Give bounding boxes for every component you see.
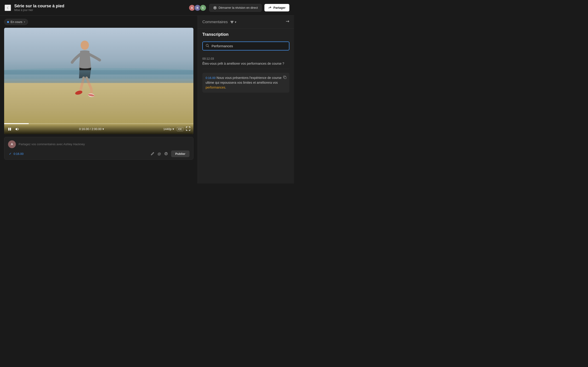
pause-button[interactable] xyxy=(7,127,12,131)
right-panel-header: Commentaires ▾ xyxy=(198,16,294,28)
svg-point-0 xyxy=(214,7,216,8)
quality-label: 1440p xyxy=(163,127,172,131)
ocean-foam xyxy=(4,75,193,81)
header-left: Série sur la course à pied Mise à jour h… xyxy=(5,4,64,12)
emoji-button[interactable] xyxy=(164,152,168,156)
svg-rect-13 xyxy=(232,23,233,23)
status-bar: En cours ▾ xyxy=(4,19,193,25)
chevron-down-icon: ▾ xyxy=(235,20,236,24)
transcription-search-input[interactable] xyxy=(212,44,286,48)
header: Série sur la course à pied Mise à jour h… xyxy=(0,0,294,16)
time-dropdown-icon: ▾ xyxy=(103,127,104,131)
transcript-text-highlighted: Nous vous présentons l'expérience de cou… xyxy=(206,76,282,89)
avatar: C xyxy=(199,4,207,11)
main-content: En cours ▾ xyxy=(0,16,294,184)
comments-filter-button[interactable]: ▾ xyxy=(230,20,236,24)
time-display: 0:16.00 / 2:00.00 ▾ xyxy=(23,127,161,131)
check-icon: ✓ xyxy=(9,152,12,156)
svg-point-3 xyxy=(75,90,83,95)
comment-tools: @ Publier xyxy=(151,150,190,157)
avatar-group: A B C xyxy=(189,4,207,11)
svg-point-10 xyxy=(166,153,167,154)
comment-actions-row: ✓ 0:16.00 @ xyxy=(8,150,190,157)
publish-button[interactable]: Publier xyxy=(171,150,190,157)
page-title: Série sur la course à pied xyxy=(14,4,64,9)
svg-rect-6 xyxy=(8,128,9,131)
quality-chevron-icon: ▾ xyxy=(173,127,174,131)
transcript-entry-highlighted: 0:16.00 Nous vous présentons l'expérienc… xyxy=(202,73,289,93)
draw-tool-button[interactable] xyxy=(151,152,154,156)
status-dot xyxy=(7,21,9,23)
cc-button[interactable]: CC xyxy=(177,127,183,131)
copy-icon[interactable] xyxy=(283,75,287,80)
status-badge[interactable]: En cours ▾ xyxy=(4,19,28,25)
video-player[interactable]: 0:16.00 / 2:00.00 ▾ 1440p ▾ CC xyxy=(4,28,193,134)
header-title: Série sur la course à pied Mise à jour h… xyxy=(14,4,64,12)
comment-time-row: ✓ 0:16.00 xyxy=(9,152,23,156)
chevron-down-icon: ▾ xyxy=(24,21,25,23)
runner-svg xyxy=(57,38,103,102)
svg-point-2 xyxy=(81,41,89,50)
back-button[interactable] xyxy=(5,5,11,11)
transcription-title: Transcription xyxy=(202,32,289,37)
search-icon xyxy=(206,44,209,48)
transcription-panel: Transcription 00:12.03 Êtes-vous prêt à … xyxy=(198,28,294,184)
svg-point-9 xyxy=(165,153,166,154)
video-frame xyxy=(4,28,193,134)
live-review-label: Démarrer la révision en direct xyxy=(219,6,258,9)
expand-panel-button[interactable] xyxy=(285,19,289,25)
current-time: 0:16.00 / 2:00.00 xyxy=(79,127,102,131)
transcript-text: Êtes-vous prêt à améliorer vos performan… xyxy=(202,61,289,66)
share-button[interactable]: Partager xyxy=(264,4,289,11)
mention-button[interactable]: @ xyxy=(157,152,161,156)
status-label: En cours xyxy=(10,20,22,24)
comment-input-row: A xyxy=(8,140,190,148)
commenter-avatar: A xyxy=(8,140,16,148)
right-header-left: Commentaires ▾ xyxy=(202,20,236,24)
transcript-entry: 00:12.03 Êtes-vous prêt à améliorer vos … xyxy=(202,54,289,69)
runner-figure xyxy=(57,38,103,123)
svg-rect-15 xyxy=(284,77,286,79)
fullscreen-button[interactable] xyxy=(186,127,190,132)
video-controls: 0:16.00 / 2:00.00 ▾ 1440p ▾ CC xyxy=(4,124,193,134)
page-subtitle: Mise à jour hier xyxy=(14,8,64,12)
volume-button[interactable] xyxy=(15,127,20,131)
header-right: A B C Démarrer la révision en direct Par… xyxy=(189,4,289,12)
comment-box: A ✓ 0:16.00 @ xyxy=(4,137,193,160)
comment-timestamp: 0:16.00 xyxy=(14,152,23,156)
search-box[interactable] xyxy=(202,42,289,50)
comments-label: Commentaires xyxy=(202,20,228,24)
highlighted-word: performances xyxy=(206,85,225,89)
svg-rect-12 xyxy=(231,22,233,22)
live-review-button[interactable]: Démarrer la révision en direct xyxy=(209,4,262,12)
transcript-timestamp-active: 0:16.00 xyxy=(206,76,216,80)
left-panel: En cours ▾ xyxy=(0,16,198,184)
comment-input[interactable] xyxy=(19,142,190,146)
quality-selector[interactable]: 1440p ▾ xyxy=(163,127,174,131)
right-panel: Commentaires ▾ Transcription xyxy=(198,16,294,184)
svg-rect-7 xyxy=(10,128,11,131)
svg-rect-11 xyxy=(231,21,233,22)
transcript-timestamp: 00:12.03 xyxy=(202,57,289,60)
share-label: Partager xyxy=(273,6,285,9)
